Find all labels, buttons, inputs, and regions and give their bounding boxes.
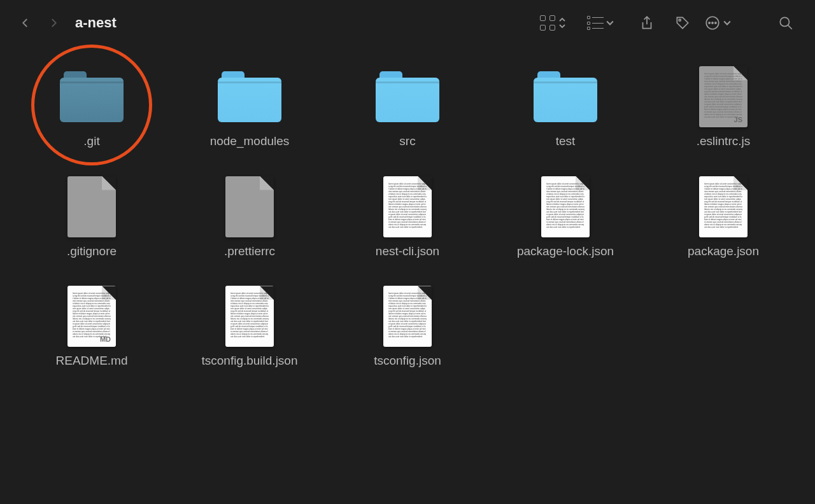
svg-line-6	[788, 25, 792, 29]
item-label: .git	[83, 134, 99, 150]
file-item[interactable]: .prettierrc	[180, 175, 320, 260]
file-item[interactable]: lorem ipsum dolor sit amet consectetur a…	[653, 175, 793, 260]
item-label: test	[556, 134, 576, 150]
file-icon: lorem ipsum dolor sit amet consectetur a…	[67, 286, 116, 347]
folder-icon	[60, 71, 124, 122]
toolbar: a-nest	[0, 0, 815, 46]
file-icon	[67, 176, 116, 237]
chevron-down-icon	[606, 19, 614, 27]
updown-icon	[559, 17, 565, 29]
item-label: .prettierrc	[224, 244, 275, 260]
folder-icon	[218, 71, 281, 122]
item-label: README.md	[56, 353, 128, 369]
actions-button[interactable]	[704, 15, 731, 31]
item-label: tsconfig.json	[374, 353, 441, 369]
list-icon	[587, 16, 604, 30]
chevron-down-icon	[723, 19, 731, 27]
search-button[interactable]	[772, 10, 800, 36]
window-title: a-nest	[75, 15, 117, 31]
file-icon: lorem ipsum dolor sit amet consectetur a…	[383, 176, 432, 237]
item-label: tsconfig.build.json	[201, 353, 297, 369]
group-by-button[interactable]	[587, 16, 614, 30]
more-icon	[704, 15, 721, 31]
share-button[interactable]	[633, 10, 661, 36]
item-label: src	[399, 134, 415, 150]
file-item[interactable]: lorem ipsum dolor sit amet consectetur a…	[180, 284, 320, 369]
share-icon	[639, 15, 655, 31]
item-label: .eslintrc.js	[697, 134, 750, 150]
svg-point-3	[712, 22, 713, 24]
folder-icon	[534, 71, 597, 122]
file-item[interactable]: lorem ipsum dolor sit amet consectetur a…	[337, 175, 478, 260]
file-item[interactable]: lorem ipsum dolor sit amet consectetur a…	[495, 175, 635, 260]
item-label: node_modules	[210, 134, 290, 150]
file-item[interactable]: lorem ipsum dolor sit amet consectetur a…	[22, 284, 162, 369]
file-grid: .gitnode_modulessrctestlorem ipsum dolor…	[0, 46, 815, 388]
file-item[interactable]: lorem ipsum dolor sit amet consectetur a…	[653, 65, 793, 150]
folder-item[interactable]: src	[337, 65, 478, 150]
file-icon: lorem ipsum dolor sit amet consectetur a…	[699, 176, 748, 237]
file-item[interactable]: .gitignore	[22, 175, 162, 260]
tags-button[interactable]	[669, 10, 697, 36]
forward-button[interactable]	[43, 13, 64, 33]
svg-point-2	[709, 22, 710, 24]
svg-point-4	[715, 22, 716, 24]
file-icon: lorem ipsum dolor sit amet consectetur a…	[383, 286, 432, 347]
search-icon	[777, 15, 794, 31]
svg-point-0	[679, 19, 681, 21]
file-icon	[225, 176, 274, 237]
folder-item[interactable]: .git	[22, 65, 162, 150]
tag-icon	[674, 15, 691, 31]
back-button[interactable]	[15, 13, 36, 33]
view-as-icons-button[interactable]	[540, 15, 565, 31]
item-label: nest-cli.json	[376, 244, 439, 260]
grid-view-icon	[540, 15, 555, 31]
folder-item[interactable]: node_modules	[180, 65, 320, 150]
file-item[interactable]: lorem ipsum dolor sit amet consectetur a…	[337, 284, 478, 369]
svg-point-5	[780, 17, 789, 26]
item-label: package-lock.json	[517, 244, 614, 260]
file-icon: lorem ipsum dolor sit amet consectetur a…	[541, 176, 590, 237]
folder-icon	[376, 71, 439, 122]
folder-item[interactable]: test	[495, 65, 635, 150]
file-icon: lorem ipsum dolor sit amet consectetur a…	[699, 66, 748, 127]
file-icon: lorem ipsum dolor sit amet consectetur a…	[225, 286, 274, 347]
item-label: package.json	[688, 244, 759, 260]
item-label: .gitignore	[67, 244, 117, 260]
